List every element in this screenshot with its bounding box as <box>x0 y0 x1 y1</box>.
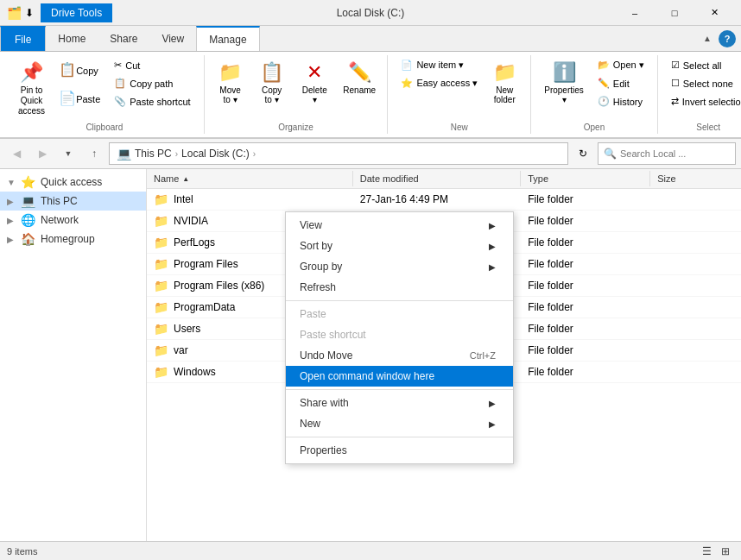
clipboard-buttons: 📌 Pin to Quickaccess 📋 Copy 📄 Paste <box>12 57 197 121</box>
maximize-button[interactable]: □ <box>655 0 694 26</box>
tab-home[interactable]: Home <box>46 26 98 51</box>
copy-to-button[interactable]: 📋 Copyto ▾ <box>253 57 291 109</box>
window-controls: – □ ✕ <box>615 0 734 26</box>
col-header-size[interactable]: Size <box>650 171 741 186</box>
recent-locations-button[interactable]: ▼ <box>57 142 79 165</box>
file-name: Program Files (x86) <box>174 280 264 292</box>
open-button[interactable]: 📂 Open ▾ <box>592 57 650 73</box>
organize-buttons: 📁 Moveto ▾ 📋 Copyto ▾ ✕ Delete ▾ ✏️ Rena… <box>212 57 381 121</box>
file-name: NVIDIA <box>174 215 208 227</box>
sidebar-item-homegroup[interactable]: ▶ 🏠 Homegroup <box>0 230 146 249</box>
refresh-button[interactable]: ↻ <box>572 142 594 165</box>
menu-item-label: New <box>300 418 320 430</box>
pin-to-quick-access-button[interactable]: 📌 Pin to Quickaccess <box>12 57 51 121</box>
drive-tools-tab[interactable]: Drive Tools <box>41 3 112 22</box>
delete-button[interactable]: ✕ Delete ▾ <box>294 57 335 109</box>
homegroup-expand-icon: ▶ <box>7 235 16 244</box>
details-view-button[interactable]: ☰ <box>698 544 715 559</box>
tab-share[interactable]: Share <box>98 26 149 51</box>
col-header-date[interactable]: Date modified <box>353 171 521 186</box>
paste-button[interactable]: 📄 Paste <box>53 85 106 112</box>
open-label: Open <box>584 121 605 132</box>
context-menu-item[interactable]: View▶ <box>286 215 513 236</box>
up-button[interactable]: ↑ <box>83 142 105 165</box>
select-label: Select <box>696 121 720 132</box>
open-buttons: ℹ️ Properties ▾ 📂 Open ▾ ✏️ Edit 🕐 Histo… <box>538 57 650 121</box>
context-menu: View▶Sort by▶Group by▶RefreshPastePaste … <box>285 211 514 464</box>
cut-button[interactable]: ✂ Cut <box>108 57 196 73</box>
folder-icon: 📁 <box>154 322 168 336</box>
context-menu-item[interactable]: Undo MoveCtrl+Z <box>286 345 513 366</box>
file-name: Program Files <box>174 258 238 270</box>
col-date-label: Date modified <box>360 173 419 184</box>
search-box[interactable]: 🔍 <box>598 142 736 165</box>
copy-button[interactable]: 📋 Copy <box>53 57 106 84</box>
file-name: Windows <box>174 366 216 378</box>
folder-icon: 📁 <box>154 236 168 249</box>
ribbon-group-clipboard: 📌 Pin to Quickaccess 📋 Copy 📄 Paste <box>5 55 205 134</box>
copy-path-button[interactable]: 📋 Copy path <box>108 75 196 91</box>
context-menu-item[interactable]: Group by▶ <box>286 256 513 277</box>
file-type: File folder <box>521 343 650 358</box>
properties-button[interactable]: ℹ️ Properties ▾ <box>538 57 590 109</box>
select-all-button[interactable]: ☑ Select all <box>665 57 741 73</box>
col-header-type[interactable]: Type <box>521 171 650 186</box>
forward-button[interactable]: ▶ <box>31 142 54 165</box>
tab-file[interactable]: File <box>0 26 46 51</box>
new-folder-button[interactable]: 📁 Newfolder <box>485 57 523 109</box>
folder-icon: 📁 <box>154 365 168 379</box>
large-icons-view-button[interactable]: ⊞ <box>717 544 734 559</box>
invert-selection-button[interactable]: ⇄ Invert selection <box>665 93 741 110</box>
paste-shortcut-button[interactable]: 📎 Paste shortcut <box>108 93 196 110</box>
new-item-button[interactable]: 📄 New item ▾ <box>395 57 484 73</box>
file-type: File folder <box>521 299 650 315</box>
pc-icon: 💻 <box>117 147 131 160</box>
search-input[interactable] <box>620 148 730 159</box>
context-menu-item[interactable]: Open command window here <box>286 366 513 387</box>
minimize-button[interactable]: – <box>615 0 655 26</box>
context-menu-item[interactable]: New▶ <box>286 413 513 434</box>
back-button[interactable]: ◀ <box>5 142 28 165</box>
network-expand-icon: ▶ <box>7 216 16 225</box>
path-this-pc[interactable]: This PC <box>135 148 172 160</box>
history-button[interactable]: 🕐 History <box>592 93 650 110</box>
path-local-disk[interactable]: Local Disk (C:) <box>181 148 250 160</box>
rename-icon: ✏️ <box>348 61 371 84</box>
sidebar-item-quick-access[interactable]: ▼ ⭐ Quick access <box>0 173 146 192</box>
rename-button[interactable]: ✏️ Rename <box>339 57 380 99</box>
select-buttons: ☑ Select all ☐ Select none ⇄ Invert sele… <box>665 57 741 121</box>
easy-access-button[interactable]: ⭐ Easy access ▾ <box>395 75 484 91</box>
list-item[interactable]: 📁 Intel 27-Jan-16 4:49 PM File folder <box>147 189 741 211</box>
sidebar-item-network[interactable]: ▶ 🌐 Network <box>0 211 146 230</box>
context-menu-item[interactable]: Share with▶ <box>286 393 513 413</box>
help-button[interactable]: ? <box>719 30 736 47</box>
submenu-arrow-icon: ▶ <box>489 242 496 251</box>
paste-label: Paste <box>76 94 100 104</box>
context-menu-item[interactable]: Refresh <box>286 277 513 298</box>
context-menu-item[interactable]: Sort by▶ <box>286 236 513 256</box>
edit-label: Edit <box>613 79 630 89</box>
tab-view[interactable]: View <box>149 26 196 51</box>
collapse-icon: ▼ <box>7 178 16 187</box>
col-header-name[interactable]: Name ▲ <box>147 171 353 186</box>
ribbon-collapse-button[interactable]: ▲ <box>696 28 719 50</box>
close-button[interactable]: ✕ <box>694 0 734 26</box>
ribbon-group-open: ℹ️ Properties ▾ 📂 Open ▾ ✏️ Edit 🕐 Histo… <box>531 55 658 134</box>
delete-icon: ✕ <box>307 61 322 84</box>
menu-item-label: Sort by <box>300 240 332 252</box>
tab-manage[interactable]: Manage <box>196 26 259 51</box>
address-path[interactable]: 💻 This PC › Local Disk (C:) › <box>109 142 568 165</box>
select-all-label: Select all <box>683 60 722 71</box>
easy-access-icon: ⭐ <box>401 78 413 89</box>
context-menu-item[interactable]: Properties <box>286 440 513 461</box>
ribbon-group-select: ☑ Select all ☐ Select none ⇄ Invert sele… <box>658 55 741 134</box>
select-none-button[interactable]: ☐ Select none <box>665 75 741 91</box>
search-icon: 🔍 <box>604 148 617 160</box>
move-to-button[interactable]: 📁 Moveto ▾ <box>212 57 250 109</box>
sidebar-item-this-pc[interactable]: ▶ 💻 This PC <box>0 192 146 211</box>
paste-shortcut-label: Paste shortcut <box>130 97 190 107</box>
file-size <box>650 262 741 266</box>
menu-item-label: Group by <box>300 261 342 273</box>
edit-button[interactable]: ✏️ Edit <box>592 75 650 91</box>
menu-separator <box>286 389 513 390</box>
